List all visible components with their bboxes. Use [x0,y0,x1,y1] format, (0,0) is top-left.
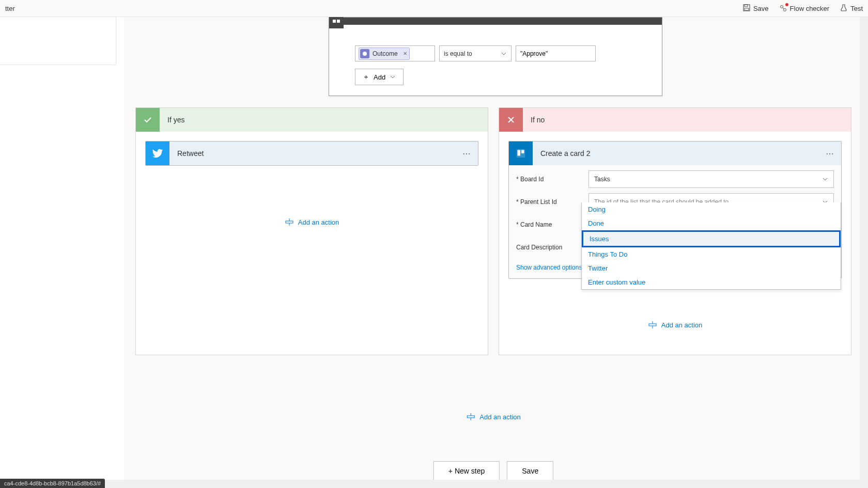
dropdown-item-doing[interactable]: Doing [582,202,841,216]
topbar-actions: Save Flow checker Test [742,4,863,13]
svg-point-8 [363,52,367,56]
condition-icon [329,17,344,28]
test-label: Test [850,5,863,12]
close-icon [499,108,523,132]
svg-rect-15 [649,324,656,326]
action-menu-icon[interactable]: ⋯ [826,149,835,159]
add-label: Add [374,73,385,81]
checkmark-icon [136,108,160,132]
save-flow-button[interactable]: Save [507,461,553,481]
dropdown-item-twitter[interactable]: Twitter [582,261,841,275]
token-label: Outcome [373,50,398,57]
dropdown-item-custom[interactable]: Enter custom value [582,275,841,289]
svg-rect-6 [333,20,336,23]
action-retweet-card[interactable]: Retweet ⋯ [145,141,478,166]
condition-card[interactable]: Outcome ✕ is equal to ＋ Add [329,17,662,96]
save-label: Save [753,5,769,12]
flow-canvas[interactable]: Outcome ✕ is equal to ＋ Add [124,17,863,488]
chevron-down-icon [390,74,396,80]
condition-value-input[interactable] [516,45,596,61]
token-remove-icon[interactable]: ✕ [403,51,407,56]
add-action-yes-label: Add an action [298,218,339,226]
action-create-card-title: Create a card 2 [540,149,826,158]
notification-dot [785,3,788,6]
dropdown-item-issues[interactable]: Issues [582,230,841,247]
branch-yes-body: Retweet ⋯ Add an action [136,132,488,355]
svg-rect-18 [467,416,474,418]
svg-rect-1 [745,5,748,7]
dropdown-item-done[interactable]: Done [582,216,841,230]
add-action-yes[interactable]: Add an action [285,207,339,232]
action-menu-icon[interactable]: ⋯ [462,149,472,159]
parent-list-dropdown: DoingDoneIssuesThings To DoTwitterEnter … [581,202,841,290]
condition-body: Outcome ✕ is equal to ＋ Add [329,25,662,96]
svg-point-4 [783,9,786,11]
flask-icon [840,4,848,13]
field-board-id: * Board Id Tasks [516,170,834,188]
twitter-icon [146,141,169,165]
add-action-icon [648,320,657,329]
flow-checker-icon [779,4,787,12]
field-board-label: * Board Id [516,176,588,183]
add-action-icon [285,217,294,227]
condition-operator-select[interactable]: is equal to [439,45,512,61]
status-bar: ca4-cde8-4d8b-bcb8-897b1a5d8b63/# [0,479,105,488]
flow-checker-button[interactable]: Flow checker [779,4,830,12]
horizontal-scrollbar[interactable] [0,480,860,488]
svg-rect-7 [337,20,340,23]
action-create-card[interactable]: Create a card 2 ⋯ * Board Id Tasks [508,141,842,279]
left-side-panel [0,17,116,65]
chevron-down-icon [501,51,507,57]
field-card-desc-label: Card Description [516,244,588,251]
svg-point-3 [780,6,783,8]
condition-add-button[interactable]: ＋ Add [355,69,404,85]
condition-header [329,18,662,25]
save-icon [742,4,751,13]
svg-line-5 [783,8,784,9]
branch-yes: If yes Retweet ⋯ Add an [135,107,488,355]
add-action-no[interactable]: Add an action [648,310,703,335]
branch-yes-header[interactable]: If yes [136,108,488,132]
branches-container: If yes Retweet ⋯ Add an [135,107,851,355]
branch-no-header[interactable]: If no [499,108,851,132]
field-card-name-label: * Card Name [516,221,588,228]
branch-no-body: Create a card 2 ⋯ * Board Id Tasks [499,132,851,355]
board-id-select[interactable]: Tasks [588,170,834,188]
dynamic-token-outcome[interactable]: Outcome ✕ [359,48,410,60]
svg-rect-9 [286,221,293,223]
branch-no: If no Create a card 2 ⋯ * [499,107,851,355]
vertical-scrollbar[interactable] [860,17,868,488]
add-action-global[interactable]: Add an action [466,402,521,427]
canvas-wrap: Outcome ✕ is equal to ＋ Add [0,17,868,488]
trello-icon [509,141,533,165]
action-create-card-header: Create a card 2 ⋯ [509,141,841,165]
action-create-card-fields: * Board Id Tasks * Parent List Id The id… [509,165,841,278]
add-action-no-label: Add an action [661,321,703,329]
operator-label: is equal to [444,50,472,57]
save-button[interactable]: Save [742,4,769,13]
test-button[interactable]: Test [840,4,863,13]
add-action-icon [466,412,475,421]
board-id-value: Tasks [594,176,610,183]
chevron-down-icon [822,176,828,182]
new-step-button[interactable]: + New step [433,461,500,481]
condition-row: Outcome ✕ is equal to [355,45,636,61]
svg-rect-13 [518,150,521,156]
field-parent-label: * Parent List Id [516,198,588,206]
footer-buttons: + New step Save [433,461,553,481]
branch-yes-label: If yes [167,116,184,124]
branch-no-label: If no [531,116,545,124]
action-retweet-header: Retweet ⋯ [146,141,478,165]
condition-left-operand[interactable]: Outcome ✕ [355,45,435,61]
dropdown-item-things-to-do[interactable]: Things To Do [582,247,841,261]
flow-checker-label: Flow checker [790,5,830,12]
topbar: tter Save Flow checker Test [0,0,868,17]
page-title-fragment: tter [5,5,15,12]
svg-rect-14 [521,150,524,153]
token-icon [360,49,369,58]
add-action-global-label: Add an action [479,413,521,421]
plus-icon: ＋ [363,72,369,82]
action-retweet-title: Retweet [177,149,462,158]
svg-rect-2 [745,8,749,10]
